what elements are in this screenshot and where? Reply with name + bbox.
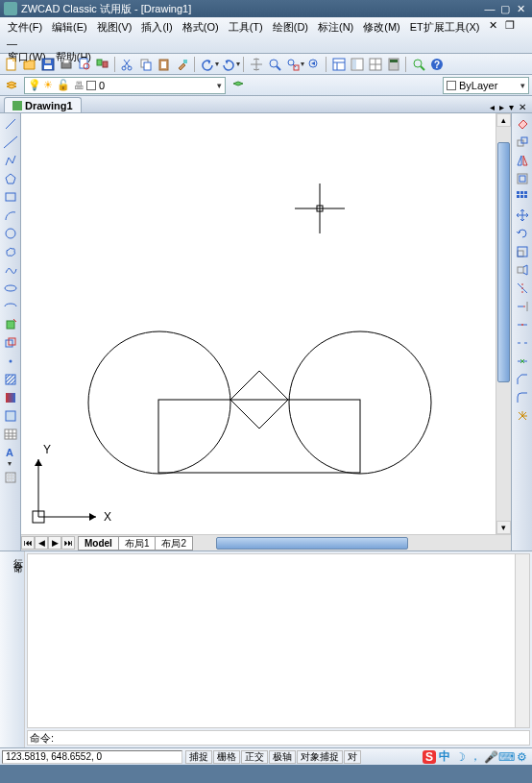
- line-button[interactable]: [2, 115, 19, 133]
- ellipse-button[interactable]: [2, 280, 19, 297]
- print-preview-button[interactable]: [76, 56, 93, 73]
- grid-toggle[interactable]: 栅格: [213, 750, 240, 764]
- properties-button[interactable]: [330, 56, 348, 73]
- extend-button[interactable]: [514, 298, 531, 315]
- polygon-button[interactable]: [2, 170, 19, 187]
- menu-format[interactable]: 格式(O): [179, 19, 223, 36]
- layer-combo[interactable]: 💡 ☀ 🔓 🖶 0 ▾: [24, 77, 226, 94]
- menu-dim[interactable]: 标注(N): [314, 19, 357, 36]
- offset-button[interactable]: [514, 170, 531, 187]
- minimize-button[interactable]: —: [482, 2, 497, 15]
- tab-close-button[interactable]: ✕: [517, 102, 528, 112]
- ellipse-arc-button[interactable]: [2, 298, 19, 315]
- region-button[interactable]: [2, 407, 19, 425]
- point-button[interactable]: [2, 353, 19, 370]
- pline-button[interactable]: [2, 152, 19, 169]
- scroll-thumb[interactable]: [497, 142, 510, 382]
- pan-button[interactable]: [248, 56, 265, 73]
- copy-obj-button[interactable]: [514, 134, 531, 151]
- rotate-button[interactable]: [514, 225, 531, 242]
- menu-insert[interactable]: 插入(I): [137, 19, 176, 36]
- help-button[interactable]: ?: [428, 56, 446, 73]
- command-input[interactable]: [56, 731, 529, 745]
- match-prop-button[interactable]: [174, 56, 191, 73]
- design-center-button[interactable]: [349, 56, 366, 73]
- snap-toggle[interactable]: 捕捉: [185, 750, 212, 764]
- command-scrollbar[interactable]: [515, 554, 529, 727]
- publish-button[interactable]: [94, 56, 111, 73]
- ime-moon-icon[interactable]: ☽: [453, 750, 467, 764]
- zoom-prev-button[interactable]: [305, 56, 323, 73]
- mdi-close-button[interactable]: ✕: [486, 19, 500, 36]
- zoom-window-button[interactable]: [284, 56, 302, 73]
- ime-icon[interactable]: S: [423, 750, 436, 764]
- tool-palettes-button[interactable]: [367, 56, 384, 73]
- drawing-viewport[interactable]: X Y ▴ ▾ ⏮ ◀ ▶ ⏭ Model 布局1 布局2: [21, 113, 511, 551]
- mdi-restore-button[interactable]: ❐: [502, 19, 518, 36]
- menu-ettools[interactable]: ET扩展工具(X): [406, 19, 484, 36]
- arc-button[interactable]: [2, 207, 19, 224]
- menu-view[interactable]: 视图(V): [93, 19, 136, 36]
- chamfer-button[interactable]: [514, 371, 531, 388]
- coordinates-display[interactable]: 123.5819, 648.6552, 0: [2, 750, 182, 764]
- ime-lang-icon[interactable]: 中: [438, 750, 451, 764]
- open-button[interactable]: [21, 56, 38, 73]
- insert-block-button[interactable]: [2, 316, 19, 333]
- color-combo[interactable]: ByLayer ▾: [443, 77, 529, 94]
- spline-button[interactable]: [2, 261, 19, 279]
- ime-mic-icon[interactable]: 🎤: [484, 750, 497, 764]
- rect-button[interactable]: [2, 188, 19, 206]
- revcloud-button[interactable]: [2, 243, 19, 260]
- tab-prev-button[interactable]: ◂: [488, 102, 496, 112]
- tab-model[interactable]: Model: [78, 536, 119, 551]
- tabsurf-button[interactable]: [2, 469, 19, 486]
- ime-keyboard-icon[interactable]: ⌨: [499, 750, 513, 764]
- break-point-button[interactable]: [514, 316, 531, 333]
- redo-button[interactable]: [220, 56, 237, 73]
- save-button[interactable]: [39, 56, 57, 73]
- print-button[interactable]: [58, 56, 75, 73]
- scroll-up-button[interactable]: ▴: [496, 113, 511, 127]
- ortho-toggle[interactable]: 正交: [241, 750, 268, 764]
- osnap-toggle[interactable]: 对象捕捉: [297, 750, 343, 764]
- tab-next-button[interactable]: ▶: [48, 536, 61, 550]
- mdi-min-button[interactable]: —: [4, 37, 20, 49]
- close-button[interactable]: ✕: [513, 2, 528, 15]
- paste-button[interactable]: [156, 56, 173, 73]
- vertical-scrollbar[interactable]: ▴ ▾: [496, 113, 511, 534]
- make-block-button[interactable]: [2, 334, 19, 352]
- menu-tools[interactable]: 工具(T): [225, 19, 267, 36]
- menu-edit[interactable]: 编辑(E): [48, 19, 91, 36]
- maximize-button[interactable]: ▢: [497, 2, 513, 15]
- explode-button[interactable]: [514, 407, 531, 425]
- new-button[interactable]: [3, 56, 20, 73]
- scale-button[interactable]: [514, 243, 531, 260]
- layer-prop-button[interactable]: [3, 77, 20, 94]
- tab-last-button[interactable]: ⏭: [61, 536, 75, 550]
- tab-layout2[interactable]: 布局2: [155, 536, 193, 551]
- array-button[interactable]: [514, 188, 531, 206]
- zoom-extents-button[interactable]: [410, 56, 427, 73]
- ime-gear-icon[interactable]: ⚙: [515, 750, 528, 764]
- tab-next-button[interactable]: ▸: [497, 102, 506, 112]
- zoom-realtime-button[interactable]: [266, 56, 283, 73]
- circle-button[interactable]: [2, 225, 19, 242]
- polar-toggle[interactable]: 极轴: [269, 750, 296, 764]
- menu-modify[interactable]: 修改(M): [359, 19, 404, 36]
- xline-button[interactable]: [2, 134, 19, 151]
- tab-prev-button[interactable]: ◀: [35, 536, 48, 550]
- layer-prev-button[interactable]: [230, 77, 247, 94]
- undo-button[interactable]: [199, 56, 216, 73]
- move-button[interactable]: [514, 207, 531, 224]
- calc-button[interactable]: [385, 56, 402, 73]
- otrack-toggle[interactable]: 对: [344, 750, 361, 764]
- trim-button[interactable]: [514, 280, 531, 297]
- hscroll-thumb[interactable]: [216, 537, 408, 550]
- doc-tab-drawing1[interactable]: Drawing1: [4, 97, 82, 112]
- fillet-button[interactable]: [514, 389, 531, 406]
- erase-button[interactable]: [514, 115, 531, 133]
- gradient-button[interactable]: [2, 389, 19, 406]
- ime-comma-icon[interactable]: ，: [469, 750, 482, 764]
- tab-first-button[interactable]: ⏮: [21, 536, 35, 550]
- cut-button[interactable]: [119, 56, 136, 73]
